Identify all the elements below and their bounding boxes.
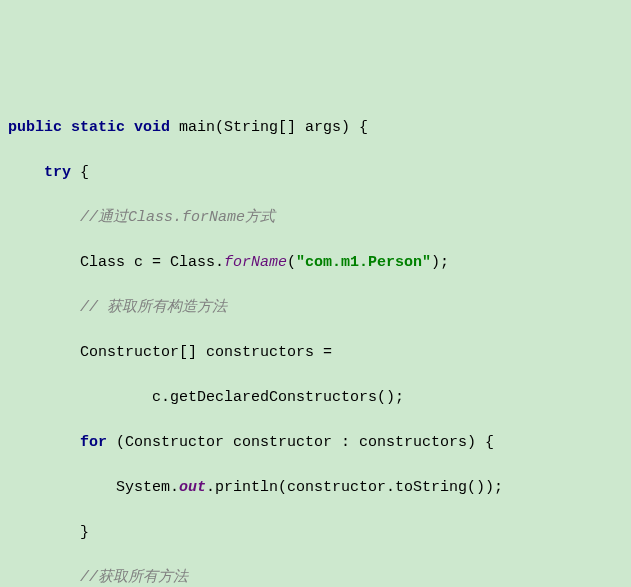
code-text: }	[80, 524, 89, 541]
code-line: c.getDeclaredConstructors();	[8, 387, 631, 410]
code-text: Class c = Class.	[80, 254, 224, 271]
keyword: for	[80, 434, 107, 451]
static-ref: forName	[224, 254, 287, 271]
code-text: {	[71, 164, 89, 181]
code-text: (	[287, 254, 296, 271]
code-line: }	[8, 522, 631, 545]
keyword: public static void	[8, 119, 170, 136]
code-text: );	[431, 254, 449, 271]
static-ref: out	[179, 479, 206, 496]
comment: //获取所有方法	[80, 569, 188, 586]
keyword: try	[44, 164, 71, 181]
comment: //通过Class.forName方式	[80, 209, 275, 226]
code-text: Constructor[] constructors =	[80, 344, 332, 361]
code-line: for (Constructor constructor : construct…	[8, 432, 631, 455]
code-text: (Constructor constructor : constructors)…	[107, 434, 494, 451]
code-text: c.getDeclaredConstructors();	[152, 389, 404, 406]
code-line: System.out.println(constructor.toString(…	[8, 477, 631, 500]
code-text: main(String[] args) {	[170, 119, 368, 136]
comment: // 获取所有构造方法	[80, 299, 227, 316]
code-text: .println(constructor.toString());	[206, 479, 503, 496]
code-line: try {	[8, 162, 631, 185]
code-line: Class c = Class.forName("com.m1.Person")…	[8, 252, 631, 275]
code-block: public static void main(String[] args) {…	[0, 90, 631, 587]
code-line: //获取所有方法	[8, 567, 631, 588]
code-text: System.	[116, 479, 179, 496]
string-literal: "com.m1.Person"	[296, 254, 431, 271]
code-line: Constructor[] constructors =	[8, 342, 631, 365]
code-line: //通过Class.forName方式	[8, 207, 631, 230]
code-line: public static void main(String[] args) {	[8, 117, 631, 140]
code-line: // 获取所有构造方法	[8, 297, 631, 320]
